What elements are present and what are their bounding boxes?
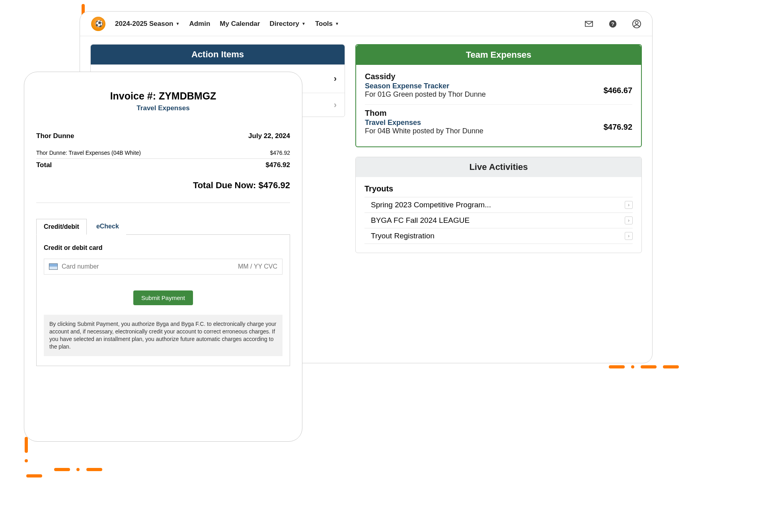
live-section-title: Tryouts (364, 180, 633, 197)
svg-text:?: ? (611, 21, 614, 27)
total-amount: $476.92 (266, 161, 290, 169)
payment-tabs: Credit/debit eCheck (36, 219, 290, 235)
payment-disclaimer: By clicking Submit Payment, you authoriz… (44, 315, 283, 356)
live-row[interactable]: BYGA FC Fall 2024 LEAGUE › (364, 212, 633, 228)
card-expiry-cvc[interactable]: MM / YY CVC (238, 263, 277, 270)
line-item-desc: Thor Dunne: Travel Expenses (04B White) (36, 150, 141, 156)
profile-icon[interactable] (632, 19, 641, 28)
live-row[interactable]: Spring 2023 Competitive Program... › (364, 197, 633, 213)
caret-icon: ▼ (302, 21, 306, 26)
expense-amount: $476.92 (604, 123, 632, 132)
mail-icon[interactable] (585, 19, 593, 28)
total-label: Total (36, 161, 52, 169)
chevron-right-icon: › (625, 216, 633, 224)
club-logo[interactable] (91, 17, 105, 31)
tab-credit-debit[interactable]: Credit/debit (36, 219, 87, 235)
chevron-right-icon: › (625, 201, 633, 209)
action-items-header: Action Items (91, 45, 345, 64)
caret-icon: ▼ (335, 21, 339, 26)
live-activities-card: Live Activities Tryouts Spring 2023 Comp… (355, 157, 642, 253)
svg-point-3 (635, 21, 638, 24)
season-dropdown[interactable]: 2024-2025 Season ▼ (115, 20, 179, 28)
line-item-amount: $476.92 (270, 150, 290, 156)
top-nav: 2024-2025 Season ▼ Admin My Calendar Dir… (80, 12, 652, 36)
expense-subtitle: For 04B White posted by Thor Dunne (365, 127, 483, 135)
expense-link[interactable]: Travel Expenses (365, 119, 421, 127)
expense-name: Thom (365, 109, 632, 118)
invoice-panel: Invoice #: ZYMDBMGZ Travel Expenses Thor… (24, 72, 302, 442)
nav-admin[interactable]: Admin (189, 20, 210, 28)
nav-calendar[interactable]: My Calendar (220, 20, 260, 28)
season-label: 2024-2025 Season (115, 20, 173, 28)
expense-subtitle: For 01G Green posted by Thor Dunne (365, 90, 486, 99)
caret-icon: ▼ (176, 21, 180, 26)
nav-tools[interactable]: Tools ▼ (315, 20, 339, 28)
total-due-now: Total Due Now: $476.92 (36, 180, 290, 203)
submit-payment-button[interactable]: Submit Payment (133, 290, 193, 305)
team-expenses-header: Team Expenses (356, 45, 641, 65)
expense-item: Thom Travel Expenses For 04B White poste… (365, 104, 632, 139)
expense-item: Cassidy Season Expense Tracker For 01G G… (365, 68, 632, 103)
invoice-date: July 22, 2024 (248, 132, 290, 140)
card-number-input[interactable] (62, 263, 234, 270)
card-icon (49, 263, 58, 270)
team-expenses-card: Team Expenses Cassidy Season Expense Tra… (355, 44, 642, 147)
invoice-payer: Thor Dunne (36, 132, 74, 140)
nav-directory[interactable]: Directory ▼ (269, 20, 306, 28)
chevron-right-icon: › (334, 74, 337, 84)
expense-amount: $466.67 (604, 86, 632, 95)
payment-panel: Credit or debit card MM / YY CVC Submit … (36, 234, 290, 366)
invoice-title: Invoice #: ZYMDBMGZ (36, 90, 290, 102)
invoice-expense-link[interactable]: Travel Expenses (136, 104, 189, 112)
live-row[interactable]: Tryout Registration › (364, 228, 633, 244)
chevron-right-icon: › (625, 232, 633, 240)
help-icon[interactable]: ? (608, 19, 617, 28)
live-activities-header: Live Activities (356, 157, 641, 177)
card-input-row: MM / YY CVC (44, 259, 283, 275)
expense-link[interactable]: Season Expense Tracker (365, 82, 449, 90)
panel-title: Credit or debit card (44, 244, 283, 251)
expense-name: Cassidy (365, 72, 632, 81)
chevron-right-icon: › (334, 100, 337, 110)
tab-echeck[interactable]: eCheck (87, 219, 126, 235)
